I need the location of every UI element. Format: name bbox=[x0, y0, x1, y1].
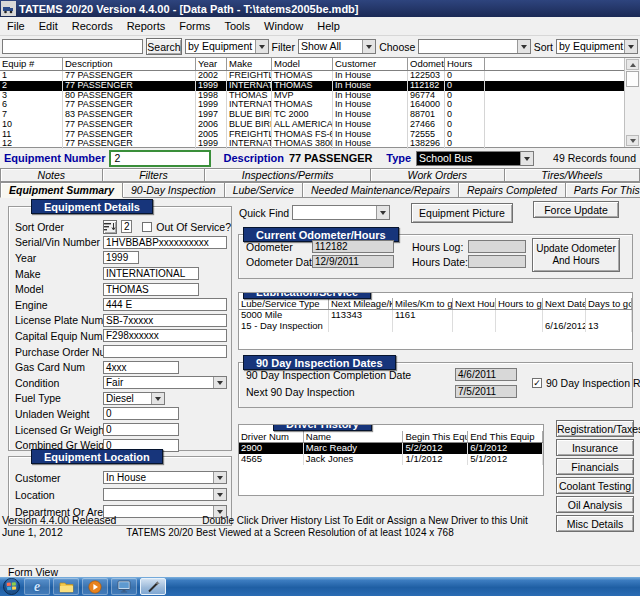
misc-details-button[interactable]: Misc Details bbox=[556, 515, 634, 532]
registration-taxes-button[interactable]: Registration/Taxes bbox=[556, 420, 634, 437]
license_plate-input[interactable]: SB-7xxxxx bbox=[103, 314, 227, 327]
table-row[interactable]: 177 PASSENGER2002FREIGHTLINETHOMASIn Hou… bbox=[0, 71, 640, 81]
serial_vin-input[interactable]: 1HVBBABPxxxxxxxxxx bbox=[103, 236, 227, 249]
gas_card-input[interactable]: 4xxx bbox=[103, 361, 179, 374]
tab-inspections-permits[interactable]: Inspections/Permits bbox=[205, 168, 371, 182]
out-of-service-checkbox[interactable] bbox=[142, 222, 152, 232]
scroll-down-icon[interactable] bbox=[626, 135, 639, 146]
update-odometer-button[interactable]: Update Odometer And Hours bbox=[532, 238, 620, 272]
field-label: Fuel Type bbox=[15, 392, 103, 404]
force-update-button[interactable]: Force Update bbox=[533, 201, 619, 218]
financials-button[interactable]: Financials bbox=[556, 458, 634, 475]
type-select[interactable]: School Bus bbox=[416, 151, 534, 166]
dropdown-arrow-icon[interactable] bbox=[151, 393, 164, 404]
sort-order-button[interactable] bbox=[103, 220, 117, 234]
engine-input[interactable]: 444 E bbox=[103, 298, 227, 311]
cell: BLUE BIRD bbox=[227, 110, 272, 120]
quick-find-select[interactable] bbox=[292, 205, 390, 220]
menu-tools[interactable]: Tools bbox=[217, 17, 257, 35]
menu-window[interactable]: Window bbox=[257, 17, 310, 35]
cell: 13 bbox=[586, 321, 632, 332]
dropdown-arrow-icon[interactable] bbox=[520, 152, 533, 165]
dropdown-arrow-icon[interactable] bbox=[213, 377, 226, 388]
dropdown-arrow-icon[interactable] bbox=[213, 489, 226, 500]
customer-select[interactable]: In House bbox=[103, 471, 227, 484]
table-row[interactable]: 5000 Mile1133431161 bbox=[239, 310, 632, 321]
table-row[interactable]: 1277 PASSENGER1999INTERNATIOTHOMAS 3800I… bbox=[0, 139, 640, 149]
cell: 7 bbox=[0, 110, 63, 120]
purchase_order-input[interactable] bbox=[103, 345, 227, 358]
menu-reports[interactable]: Reports bbox=[120, 17, 173, 35]
inspection-required-checkbox[interactable]: ✓ bbox=[532, 378, 542, 388]
unladen-input[interactable]: 0 bbox=[103, 407, 179, 420]
start-button[interactable] bbox=[2, 577, 21, 596]
search-button[interactable]: Search bbox=[146, 38, 182, 55]
coolant-testing-button[interactable]: Coolant Testing bbox=[556, 477, 634, 494]
table-row[interactable]: 4565Jack Jones1/1/20125/1/2012 bbox=[239, 454, 543, 465]
media-player-icon[interactable] bbox=[82, 578, 108, 595]
year-input[interactable]: 1999 bbox=[103, 251, 139, 264]
dropdown-arrow-icon[interactable] bbox=[517, 40, 530, 53]
filter-select[interactable]: Show All bbox=[298, 39, 376, 54]
make-input[interactable]: INTERNATIONAL bbox=[103, 267, 199, 280]
equipment-picture-button[interactable]: Equipment Picture bbox=[411, 203, 513, 223]
table-row[interactable]: 677 PASSENGER1999INTERNATIOTHOMASIn Hous… bbox=[0, 100, 640, 110]
tab-repairs-completed[interactable]: Repairs Completed bbox=[459, 182, 566, 198]
equipment-table-body: 177 PASSENGER2002FREIGHTLINETHOMASIn Hou… bbox=[0, 71, 640, 149]
dropdown-arrow-icon[interactable] bbox=[255, 40, 268, 53]
search-input[interactable] bbox=[2, 39, 143, 54]
menu-records[interactable]: Records bbox=[65, 17, 120, 35]
menu-forms[interactable]: Forms bbox=[172, 17, 217, 35]
model-input[interactable]: THOMAS bbox=[103, 283, 199, 296]
sort-select[interactable]: by Equipment Num bbox=[556, 39, 638, 54]
dropdown-arrow-icon[interactable] bbox=[362, 40, 375, 53]
location-select[interactable] bbox=[103, 488, 227, 501]
tab-notes[interactable]: Notes bbox=[0, 168, 103, 182]
column-header: Customer bbox=[333, 58, 408, 70]
tatems-app-icon[interactable] bbox=[140, 578, 166, 595]
dropdown-arrow-icon[interactable] bbox=[376, 206, 389, 219]
insurance-button[interactable]: Insurance bbox=[556, 439, 634, 456]
tab-filters[interactable]: Filters bbox=[103, 168, 206, 182]
cell: THOMAS bbox=[272, 81, 333, 91]
dropdown-arrow-icon[interactable] bbox=[213, 472, 226, 483]
scroll-thumb[interactable] bbox=[626, 71, 639, 87]
dropdown-arrow-icon[interactable] bbox=[624, 40, 637, 53]
tab-parts-for-this-equip[interactable]: Parts For This Equip bbox=[566, 182, 640, 198]
table-row[interactable]: 1077 PASSENGER2006BLUE BIRDALL AMERICANI… bbox=[0, 120, 640, 130]
file-explorer-icon[interactable] bbox=[53, 578, 79, 595]
scroll-up-icon[interactable] bbox=[626, 59, 639, 70]
equipment-number-input[interactable]: 2 bbox=[110, 151, 210, 166]
field-label: Capital Equip Num bbox=[15, 330, 103, 342]
condition-select[interactable]: Fair bbox=[103, 376, 227, 389]
sort_order-input[interactable]: 2 bbox=[121, 220, 132, 233]
tab-lube-service[interactable]: Lube/Service bbox=[225, 182, 303, 198]
equipment-number-label: Equipment Number bbox=[4, 152, 105, 164]
licensed_gr-input[interactable]: 0 bbox=[103, 423, 179, 436]
table-scrollbar[interactable] bbox=[624, 58, 640, 147]
tab-90-day-inspection[interactable]: 90-Day Inspection bbox=[123, 182, 225, 198]
tab-tires-wheels[interactable]: Tires/Wheels bbox=[505, 168, 640, 182]
table-row[interactable]: 380 PASSENGER1998THOMASMVPIn House967740 bbox=[0, 91, 640, 101]
table-row[interactable]: 783 PASSENGER1997BLUE BIRDTC 2000In Hous… bbox=[0, 110, 640, 120]
choose-select[interactable] bbox=[418, 39, 530, 54]
menu-edit[interactable]: Edit bbox=[32, 17, 65, 35]
capital_equip-input[interactable]: F298xxxxxx bbox=[103, 329, 227, 342]
table-row[interactable]: 2900Marc Ready5/2/20126/1/2012 bbox=[239, 443, 543, 454]
oil-analysis-button[interactable]: Oil Analysis bbox=[556, 496, 634, 513]
menu-file[interactable]: File bbox=[0, 17, 32, 35]
tab-work-orders[interactable]: Work Orders bbox=[371, 168, 505, 182]
cell: 6/1/2012 bbox=[468, 443, 543, 454]
menu-help[interactable]: Help bbox=[310, 17, 347, 35]
table-row[interactable]: 277 PASSENGER1999INTERNATIOTHOMASIn Hous… bbox=[0, 81, 640, 91]
lubrication-table: Lubrication/Service Lube/Service TypeNex… bbox=[238, 292, 633, 350]
fuel_type-select[interactable]: Diesel bbox=[103, 392, 165, 405]
search-by-select[interactable]: by Equipment Num bbox=[185, 39, 269, 54]
taskbar: e bbox=[0, 577, 640, 596]
tab-needed-maintenance-repairs[interactable]: Needed Maintenance/Repairs bbox=[303, 182, 459, 198]
table-row[interactable]: 1177 PASSENGER2005FREIGHTLINETHOMAS FS-6… bbox=[0, 130, 640, 140]
tab-equipment-summary[interactable]: Equipment Summary bbox=[0, 182, 123, 198]
table-row[interactable]: 15 - Day Inspection6/16/201213 bbox=[239, 321, 632, 332]
internet-explorer-icon[interactable]: e bbox=[24, 578, 50, 595]
remote-desktop-icon[interactable] bbox=[111, 578, 137, 595]
